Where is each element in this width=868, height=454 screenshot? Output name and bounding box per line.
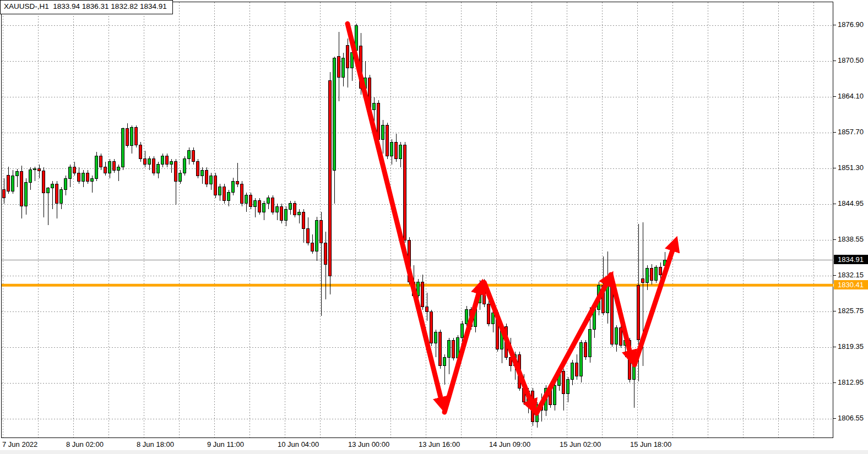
candle-body [333, 58, 336, 170]
candle-body [219, 187, 221, 195]
time-axis-label: 13 Jun 16:00 [419, 440, 460, 449]
symbol-ohlc-info-box: XAUUSD-,H1 1833.94 1836.31 1832.82 1834.… [0, 0, 173, 14]
candle-body [320, 220, 323, 243]
candle-body [249, 195, 252, 206]
candle-body [86, 173, 89, 181]
candle-body [51, 184, 54, 188]
candle-body [307, 229, 310, 243]
candle-body [584, 343, 587, 357]
chart-plot-area[interactable] [1, 2, 833, 438]
price-axis-tick [833, 347, 836, 347]
candlestick-chart [2, 2, 834, 437]
candle-body [620, 327, 622, 346]
candle-body [42, 171, 45, 193]
candle-body [245, 195, 248, 204]
price-axis-tick [833, 96, 836, 97]
candle-body [642, 278, 644, 282]
candle-body [227, 193, 230, 201]
candle-body [329, 81, 332, 276]
candle-body [311, 243, 314, 251]
candle-body [192, 151, 195, 162]
time-axis-label: 8 Jun 02:00 [66, 440, 104, 449]
candle-body [78, 173, 80, 181]
candle-body [276, 206, 279, 212]
candle-body [646, 269, 649, 282]
candle-body [254, 201, 257, 206]
candle-body [82, 173, 85, 181]
candle-body [404, 145, 406, 240]
candle-body [452, 341, 455, 358]
price-axis-label: 1870.50 [838, 57, 867, 64]
price-axis-label: 1851.30 [838, 164, 867, 172]
price-axis-label: 1832.15 [838, 271, 867, 279]
candle-body [439, 332, 442, 366]
candle-body [633, 366, 636, 380]
candle-body [324, 243, 327, 265]
candle-body [214, 176, 217, 195]
candle-body [611, 285, 614, 344]
candle-body [117, 167, 120, 170]
candle-body [109, 162, 111, 173]
candle-body [298, 212, 301, 215]
candle-body [25, 182, 28, 206]
candle-body [430, 311, 433, 343]
price-axis-label: 1812.95 [838, 379, 867, 386]
candle-body [210, 176, 213, 184]
candle-body [302, 212, 305, 228]
time-axis-label: 15 Jun 18:00 [630, 440, 671, 449]
candle-body [122, 129, 124, 167]
time-axis-label: 10 Jun 04:00 [278, 440, 319, 449]
chart-window: XAUUSD-,H1 1833.94 1836.31 1832.82 1834.… [0, 0, 868, 454]
candle-body [223, 187, 226, 201]
price-axis-tick [833, 382, 836, 383]
candle-body [399, 145, 402, 158]
candle-body [60, 190, 63, 204]
candle-body [461, 324, 464, 337]
candle-body [272, 198, 274, 212]
candle-body [232, 181, 235, 192]
time-axis-label: 9 Jun 11:00 [207, 440, 244, 449]
candle-body [571, 363, 574, 379]
candle-body [38, 168, 41, 171]
trend-arrow[interactable] [348, 24, 441, 400]
trend-arrow[interactable] [484, 282, 531, 402]
orange-level-price-tag: 1830.41 [834, 280, 868, 289]
candle-body [342, 58, 345, 78]
candle-body [3, 190, 6, 198]
window-edge [0, 450, 868, 454]
candle-body [139, 145, 142, 158]
candle-body [20, 171, 23, 206]
candle-body [34, 168, 36, 169]
candle-body [294, 204, 296, 215]
candle-body [562, 371, 565, 394]
candle-body [606, 285, 609, 313]
candle-body [7, 175, 10, 191]
price-axis-label: 1844.95 [838, 200, 867, 207]
trend-arrow[interactable] [536, 283, 607, 413]
candle-body [157, 165, 160, 173]
trend-arrow[interactable] [634, 249, 673, 365]
candle-body [29, 169, 32, 182]
price-axis-label: 1876.90 [838, 21, 867, 29]
candle-body [179, 173, 182, 181]
candle-body [113, 162, 116, 170]
candle-body [161, 156, 164, 165]
candle-body [554, 385, 556, 405]
candle-body [166, 156, 169, 165]
price-axis-tick [833, 239, 836, 240]
candle-body [73, 167, 76, 173]
candle-body [465, 310, 468, 324]
time-axis-label: 8 Jun 18:00 [137, 440, 174, 449]
candle-body [104, 167, 107, 173]
candle-body [175, 162, 177, 182]
candle-body [382, 125, 384, 139]
price-axis-tick [833, 204, 836, 204]
candle-body [201, 170, 204, 176]
price-axis-label: 1825.75 [838, 307, 867, 315]
candle-body [100, 156, 102, 167]
candle-body [373, 103, 376, 110]
price-axis-label: 1819.35 [838, 343, 867, 351]
candle-body [285, 209, 287, 220]
candle-body [183, 159, 186, 173]
price-axis-tick [833, 61, 836, 61]
